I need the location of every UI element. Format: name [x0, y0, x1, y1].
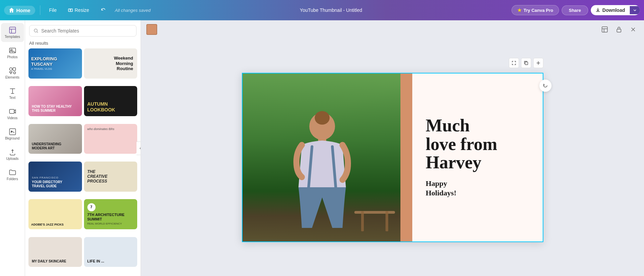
sidebar: Templates Photos Elements Text Videos Bk… — [0, 20, 25, 276]
svg-point-10 — [34, 29, 37, 32]
template-tuscany[interactable]: EXPLORINGTUSCANY A TRAVEL VLOG — [28, 48, 82, 79]
canvas-subtitle: Happy Holidays! — [426, 179, 529, 198]
sidebar-item-background[interactable]: Bkground — [1, 125, 24, 144]
template-jazz[interactable]: ADOBE'S JAZZ PICKS — [28, 199, 82, 229]
undo-button[interactable] — [97, 5, 110, 15]
try-pro-button[interactable]: ★ Try Canva Pro — [512, 5, 559, 15]
search-input[interactable] — [41, 28, 132, 34]
template-pink[interactable]: who dominates tbhs — [84, 124, 138, 154]
canvas-wrapper[interactable]: Much love from Harvey Happy Holidays! — [141, 39, 644, 276]
canvas-area: Much love from Harvey Happy Holidays! — [141, 20, 644, 276]
sidebar-item-photos[interactable]: Photos — [1, 43, 24, 62]
svg-rect-1 — [9, 27, 16, 33]
main-content: Templates Photos Elements Text Videos Bk… — [0, 20, 644, 276]
search-icon — [34, 28, 39, 34]
person-figure — [278, 99, 366, 241]
canvas-top-right — [599, 24, 639, 35]
topbar-divider — [40, 5, 40, 15]
lock-icon-button[interactable] — [614, 24, 624, 35]
layout-icon-button[interactable] — [599, 24, 610, 35]
sidebar-item-uploads[interactable]: Uploads — [1, 145, 24, 164]
sidebar-item-videos[interactable]: Videos — [1, 104, 24, 123]
table-element — [354, 211, 395, 231]
templates-grid: EXPLORINGTUSCANY A TRAVEL VLOG WeekendMo… — [25, 48, 141, 276]
svg-rect-11 — [602, 27, 607, 32]
home-button[interactable]: Home — [4, 6, 35, 15]
panel-collapse-handle[interactable] — [137, 142, 141, 155]
file-button[interactable]: File — [45, 5, 61, 15]
search-input-wrap[interactable] — [29, 25, 137, 37]
template-healthy[interactable]: HOW TO STAY HEALTHY THIS SUMMER — [28, 86, 82, 116]
canvas-selection-container: Much love from Harvey Happy Holidays! — [242, 73, 543, 242]
download-arrow-button[interactable] — [630, 6, 640, 14]
canvas-frame[interactable]: Much love from Harvey Happy Holidays! — [242, 73, 543, 242]
template-creative[interactable]: THECREATIVEPROcEsS — [84, 162, 138, 192]
svg-point-9 — [11, 131, 12, 132]
expand-button[interactable] — [509, 58, 519, 68]
svg-point-4 — [9, 68, 12, 70]
download-button-group[interactable]: Download — [591, 5, 640, 15]
search-bar-container — [25, 20, 141, 39]
template-architecture[interactable]: 7 7th ArchitectureSummit REAL WORLD EFFI… — [84, 199, 138, 229]
template-autumn[interactable]: AUTUMNLOOKBOOK — [84, 86, 138, 116]
svg-rect-12 — [617, 29, 621, 32]
canvas-main-title: Much love from Harvey — [426, 116, 529, 172]
topbar: Home File Resize All changes saved YouTu… — [0, 0, 644, 20]
copy-button[interactable] — [521, 58, 531, 68]
add-button[interactable] — [533, 58, 543, 68]
canvas-refresh-button[interactable] — [539, 80, 552, 92]
svg-rect-5 — [13, 68, 16, 70]
close-icon-button[interactable] — [628, 24, 639, 35]
svg-point-15 — [315, 111, 330, 125]
resize-button[interactable]: Resize — [64, 5, 93, 15]
template-life[interactable]: Life in ... — [84, 237, 138, 267]
save-status: All changes saved — [115, 8, 151, 13]
templates-panel: All results EXPLORINGTUSCANY A TRAVEL VL… — [25, 20, 141, 276]
svg-rect-7 — [9, 109, 14, 113]
canvas-action-buttons — [509, 58, 543, 68]
template-weekend[interactable]: WeekendMorningRoutine — [84, 48, 138, 79]
template-skincare[interactable]: MY DAILY SKINCARE — [28, 237, 82, 267]
document-title: YouTube Thumbnail - Untitled — [154, 7, 508, 13]
canvas-photo-left — [243, 73, 402, 241]
topbar-right: ★ Try Canva Pro Share Download — [512, 5, 640, 15]
canvas-toolbar — [141, 20, 644, 39]
template-modern-art[interactable]: UNDERSTANDINGMODERN ART — [28, 124, 82, 154]
download-button[interactable]: Download — [591, 5, 630, 15]
all-results-label: All results — [25, 39, 141, 48]
sidebar-item-templates[interactable]: Templates — [1, 23, 24, 42]
color-swatch[interactable] — [146, 24, 157, 35]
svg-rect-13 — [525, 62, 528, 65]
sidebar-item-elements[interactable]: Elements — [1, 64, 24, 83]
template-travel[interactable]: San Francisco Your DirectoryTravel Guide — [28, 162, 82, 192]
svg-point-6 — [14, 72, 16, 74]
sidebar-item-folders[interactable]: Folders — [1, 165, 24, 184]
sidebar-item-text[interactable]: Text — [1, 84, 24, 103]
canvas-right-content[interactable]: Much love from Harvey Happy Holidays! — [412, 73, 543, 241]
share-button[interactable]: Share — [562, 5, 588, 15]
